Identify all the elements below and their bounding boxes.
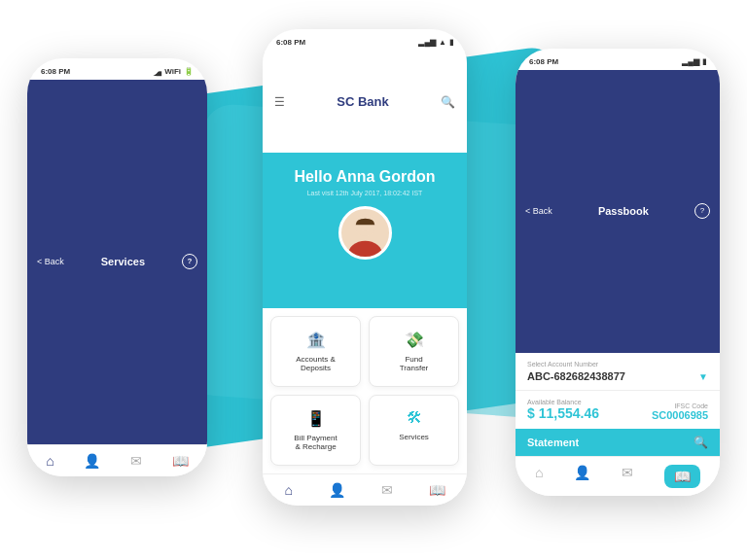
services-header: < Back Services ? — [27, 80, 207, 444]
nav-user-2[interactable]: 👤 — [329, 482, 345, 498]
tile-label-2: Fund Transfer — [377, 355, 450, 372]
tile-fund[interactable]: 💸 Fund Transfer — [369, 316, 459, 387]
nav-user-1[interactable]: 👤 — [84, 453, 100, 469]
menu-grid-inner: 🏦 Accounts & Deposits 💸 Fund Transfer 📱 … — [270, 316, 459, 466]
pb-nav-mail[interactable]: ✉ — [622, 465, 633, 488]
profile-section: Hello Anna Gordon Last visit 12th July 2… — [263, 153, 467, 308]
avatar — [338, 206, 392, 260]
ifsc-section: IFSC Code SC0006985 — [652, 402, 708, 421]
battery-icon: 🔋 — [184, 67, 194, 76]
nav-mail-1[interactable]: ✉ — [130, 453, 142, 469]
wifi-icon: WiFi — [164, 67, 181, 76]
services-title: Services — [101, 256, 145, 267]
back-button[interactable]: < Back — [37, 257, 64, 266]
balance-label: Available Balance — [527, 399, 599, 405]
tile-bill[interactable]: 📱 Bill Payment & Recharge — [270, 395, 361, 466]
search-icon[interactable]: 🔍 — [441, 95, 455, 109]
nav-book-1[interactable]: 📖 — [172, 453, 189, 469]
nav-home-2[interactable]: ⌂ — [284, 482, 292, 498]
passbook-back-btn[interactable]: < Back — [525, 206, 552, 216]
status-icons-3: ▂▄▆ ▮ — [682, 57, 706, 66]
main-bottom-nav: ⌂ 👤 ✉ 📖 — [263, 473, 467, 506]
svg-point-1 — [347, 241, 382, 257]
accounts-icon: 🏦 — [279, 331, 352, 349]
help-button[interactable]: ? — [182, 254, 197, 269]
status-time-2: 6:08 PM — [276, 38, 305, 47]
battery-icon-3: ▮ — [702, 57, 706, 66]
notch-2 — [321, 29, 409, 49]
tile-label-3: Bill Payment & Recharge — [279, 434, 352, 451]
battery-icon-2: ▮ — [449, 38, 453, 47]
services-icon: 🛠 — [377, 409, 450, 427]
passbook-bottom-nav: ⌂ 👤 ✉ 📖 — [516, 456, 720, 496]
main-topbar: ☰ SC Bank 🔍 — [263, 51, 467, 153]
menu-grid: 🏦 Accounts & Deposits 💸 Fund Transfer 📱 … — [263, 308, 467, 473]
account-section: Select Account Number ABC-682682438877 ▼ — [516, 353, 720, 391]
last-visit-text: Last visit 12th July 2017, 18:02:42 IST — [274, 190, 455, 196]
phone-services: 6:08 PM ▂▄ WiFi 🔋 < Back Services ? Expr… — [27, 58, 207, 476]
phone-main: 6:08 PM ▂▄▆ ▲ ▮ ☰ SC Bank 🔍 Hello Anna G… — [263, 29, 467, 506]
signal-icon-3: ▂▄▆ — [682, 57, 699, 66]
nav-mail-2[interactable]: ✉ — [381, 482, 393, 498]
services-bottom-nav: ⌂ 👤 ✉ 📖 — [27, 444, 207, 476]
menu-icon[interactable]: ☰ — [274, 95, 285, 109]
tile-label-4: Services — [377, 433, 450, 441]
balance-amount: $ 11,554.46 — [527, 405, 599, 421]
dropdown-icon[interactable]: ▼ — [698, 371, 708, 382]
status-icons-2: ▂▄▆ ▲ ▮ — [418, 38, 453, 47]
account-number: ABC-682682438877 — [527, 370, 625, 382]
balance-row: Available Balance $ 11,554.46 IFSC Code … — [516, 391, 720, 429]
passbook-header: < Back Passbook ? — [516, 70, 720, 353]
notch-1 — [74, 58, 161, 78]
statement-label: Statement — [527, 437, 579, 448]
account-number-row: ABC-682682438877 ▼ — [527, 370, 708, 382]
notch-3 — [574, 49, 661, 68]
statement-header: Statement 🔍 — [516, 429, 720, 456]
nav-home-1[interactable]: ⌂ — [46, 453, 53, 469]
phone-passbook: 6:08 PM ▂▄▆ ▮ < Back Passbook ? Select A… — [516, 49, 720, 496]
bill-icon: 📱 — [279, 409, 352, 428]
wifi-icon-2: ▲ — [439, 38, 446, 47]
nav-book-2[interactable]: 📖 — [429, 482, 445, 498]
pb-nav-book[interactable]: 📖 — [664, 465, 700, 488]
tile-label-1: Accounts & Deposits — [279, 355, 352, 372]
balance-section: Available Balance $ 11,554.46 — [527, 399, 599, 421]
bank-name: SC Bank — [337, 94, 388, 109]
passbook-title: Passbook — [598, 205, 649, 217]
ifsc-code: SC0006985 — [652, 409, 708, 421]
account-label: Select Account Number — [527, 361, 708, 368]
status-time-3: 6:08 PM — [529, 57, 558, 66]
avatar-svg — [341, 209, 389, 257]
statement-search-icon[interactable]: 🔍 — [694, 436, 708, 449]
tile-services[interactable]: 🛠 Services — [369, 395, 459, 466]
pb-nav-home[interactable]: ⌂ — [535, 465, 543, 488]
greeting-text: Hello Anna Gordon — [274, 168, 455, 186]
status-time-1: 6:08 PM — [41, 67, 70, 76]
signal-icon-2: ▂▄▆ — [418, 38, 436, 47]
passbook-help-btn[interactable]: ? — [694, 203, 710, 219]
pb-nav-user[interactable]: 👤 — [574, 465, 590, 488]
fund-icon: 💸 — [377, 331, 450, 349]
ifsc-label: IFSC Code — [652, 402, 708, 409]
tile-accounts[interactable]: 🏦 Accounts & Deposits — [270, 316, 361, 387]
